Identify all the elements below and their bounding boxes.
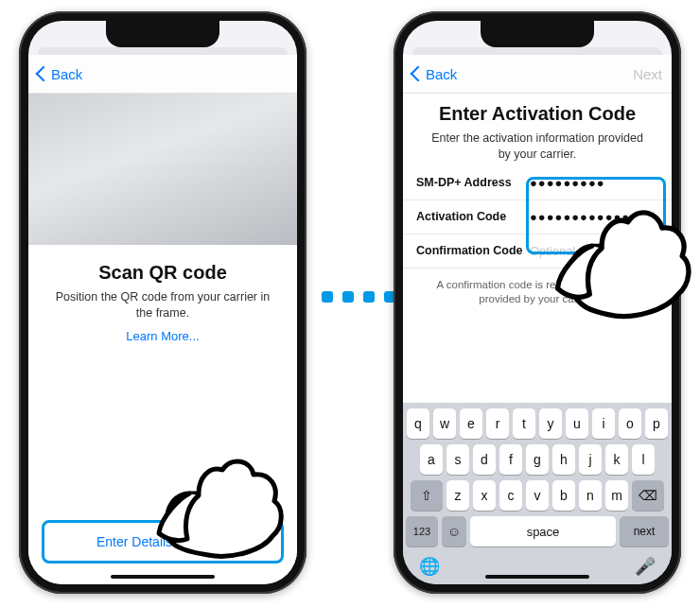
hint-text: A confirmation code is required if one w… bbox=[403, 269, 672, 307]
key-i[interactable]: i bbox=[592, 408, 615, 439]
key-backspace[interactable]: ⌫ bbox=[632, 480, 664, 511]
screen-right: Back Next Enter Activation Code Enter th… bbox=[403, 21, 672, 584]
back-button[interactable]: Back bbox=[38, 66, 82, 82]
back-label: Back bbox=[51, 66, 82, 82]
key-space[interactable]: space bbox=[470, 516, 616, 546]
key-s[interactable]: s bbox=[446, 444, 469, 475]
key-y[interactable]: y bbox=[539, 408, 562, 439]
phone-frame-right: Back Next Enter Activation Code Enter th… bbox=[394, 11, 681, 594]
keyboard-bottom-row: 🌐 🎤 bbox=[406, 552, 669, 577]
next-button[interactable]: Next bbox=[633, 66, 662, 82]
chevron-left-icon bbox=[36, 66, 52, 82]
form: SM-DP+ Address ●●●●●●●●● Activation Code… bbox=[403, 166, 672, 269]
navbar: Back Next bbox=[403, 55, 672, 94]
field-smdp[interactable]: SM-DP+ Address ●●●●●●●●● bbox=[403, 166, 672, 200]
key-p[interactable]: p bbox=[645, 408, 668, 439]
key-v[interactable]: v bbox=[526, 480, 549, 511]
sheet-body-right: Enter Activation Code Enter the activati… bbox=[403, 94, 672, 403]
field-value: ●●●●●●●●●●●●● bbox=[530, 210, 658, 224]
key-u[interactable]: u bbox=[566, 408, 588, 439]
back-label: Back bbox=[426, 66, 457, 82]
home-indicator bbox=[111, 575, 215, 579]
key-123[interactable]: 123 bbox=[406, 516, 438, 546]
camera-preview bbox=[28, 94, 297, 245]
chevron-left-icon bbox=[411, 66, 427, 82]
key-h[interactable]: h bbox=[552, 444, 575, 475]
field-placeholder: Optional bbox=[530, 244, 658, 258]
page-title: Scan QR code bbox=[51, 262, 274, 284]
key-r[interactable]: r bbox=[486, 408, 509, 439]
key-g[interactable]: g bbox=[526, 444, 549, 475]
manual-button-label: Enter Details Manually bbox=[96, 534, 229, 549]
key-d[interactable]: d bbox=[473, 444, 496, 475]
navbar: Back bbox=[28, 55, 297, 94]
field-value: ●●●●●●●●● bbox=[530, 176, 658, 190]
field-label: Activation Code bbox=[416, 210, 530, 223]
key-w[interactable]: w bbox=[433, 408, 456, 439]
screen-left: Back Scan QR code Position the QR code f… bbox=[28, 21, 297, 584]
field-label: SM-DP+ Address bbox=[416, 176, 530, 189]
key-f[interactable]: f bbox=[499, 444, 522, 475]
key-shift[interactable]: ⇧ bbox=[411, 480, 443, 511]
mic-icon[interactable]: 🎤 bbox=[635, 556, 656, 577]
transition-dots bbox=[322, 291, 395, 303]
sheet-body-left: Scan QR code Position the QR code from y… bbox=[28, 94, 297, 584]
key-z[interactable]: z bbox=[446, 480, 469, 511]
keyboard-row-2: a s d f g h j k l bbox=[406, 444, 669, 475]
key-x[interactable]: x bbox=[473, 480, 496, 511]
back-button[interactable]: Back bbox=[412, 66, 457, 82]
enter-details-manually-button[interactable]: Enter Details Manually bbox=[42, 520, 284, 564]
notch bbox=[481, 21, 594, 47]
key-j[interactable]: j bbox=[579, 444, 602, 475]
globe-icon[interactable]: 🌐 bbox=[419, 556, 440, 577]
key-e[interactable]: e bbox=[460, 408, 482, 439]
field-activation[interactable]: Activation Code ●●●●●●●●●●●●● bbox=[403, 200, 672, 234]
key-o[interactable]: o bbox=[619, 408, 641, 439]
key-a[interactable]: a bbox=[420, 444, 443, 475]
home-indicator bbox=[485, 575, 589, 579]
key-m[interactable]: m bbox=[605, 480, 628, 511]
key-c[interactable]: c bbox=[499, 480, 522, 511]
keyboard-row-4: 123 ☺ space next bbox=[406, 516, 669, 546]
keyboard-row-3: ⇧ z x c v b n m ⌫ bbox=[406, 480, 669, 511]
learn-more-link[interactable]: Learn More... bbox=[126, 329, 199, 343]
key-b[interactable]: b bbox=[552, 480, 575, 511]
keyboard-row-1: q w e r t y u i o p bbox=[406, 408, 669, 439]
key-l[interactable]: l bbox=[632, 444, 655, 475]
key-k[interactable]: k bbox=[605, 444, 628, 475]
key-q[interactable]: q bbox=[407, 408, 429, 439]
page-title: Enter Activation Code bbox=[426, 103, 649, 125]
phone-frame-left: Back Scan QR code Position the QR code f… bbox=[19, 11, 306, 594]
key-emoji[interactable]: ☺ bbox=[442, 516, 466, 546]
key-n[interactable]: n bbox=[579, 480, 602, 511]
page-subtitle: Enter the activation information provide… bbox=[426, 130, 649, 163]
field-label: Confirmation Code bbox=[416, 244, 530, 257]
key-next[interactable]: next bbox=[620, 516, 669, 546]
notch bbox=[106, 21, 219, 47]
field-confirmation[interactable]: Confirmation Code Optional bbox=[403, 234, 672, 269]
keyboard: q w e r t y u i o p a s d f g h j k l bbox=[403, 403, 672, 584]
page-subtitle: Position the QR code from your carrier i… bbox=[51, 289, 274, 321]
key-t[interactable]: t bbox=[513, 408, 535, 439]
